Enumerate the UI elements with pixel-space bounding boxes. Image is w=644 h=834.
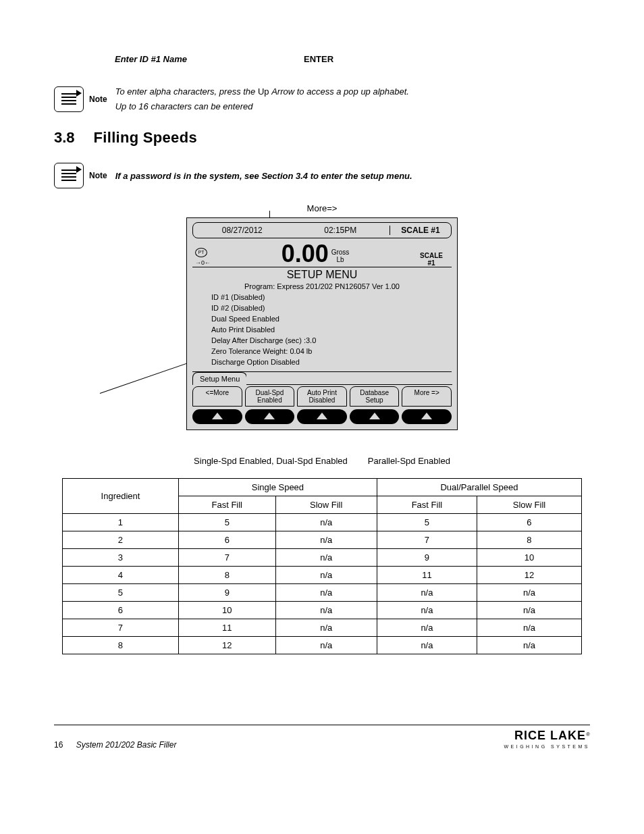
device-scale-indicator: SCALE#1: [411, 252, 452, 267]
list-item: Dual Speed Enabled: [211, 313, 452, 324]
list-item: Auto Print Disabled: [211, 324, 452, 335]
page-footer: 16 System 201/202 Basic Filler RICE LAKE…: [54, 725, 590, 750]
col-group-dual: Dual/Parallel Speed: [377, 479, 581, 496]
rice-lake-logo: RICE LAKE® WEIGHING SYSTEMS: [504, 729, 590, 750]
col-slow-fill: Slow Fill: [275, 496, 377, 514]
more-pointer-label: More=>: [54, 203, 590, 213]
table-row: 711n/an/an/a: [63, 619, 582, 637]
col-fast-fill: Fast Fill: [178, 496, 275, 514]
note-label: Note: [89, 171, 107, 180]
device-tab[interactable]: Setup Menu: [192, 372, 247, 385]
device-settings-list: ID #1 (Disabled) ID #2 (Disabled) Dual S…: [211, 292, 452, 367]
device-hardkey-row: [192, 409, 452, 424]
table-row: 37n/a910: [63, 549, 582, 567]
table-row: 48n/a1112: [63, 567, 582, 584]
table-row: 59n/an/an/a: [63, 584, 582, 602]
col-fast-fill: Fast Fill: [377, 496, 477, 514]
device-program-line: Program: Express 201/202 PN126057 Ver 1.…: [192, 282, 452, 290]
col-ingredient: Ingredient: [63, 479, 179, 514]
table-row: 610n/an/an/a: [63, 602, 582, 619]
softkey-database[interactable]: Database Setup: [350, 386, 400, 407]
hardkey-button[interactable]: [350, 409, 400, 424]
note-text: If a password is in the system, see Sect…: [115, 171, 412, 181]
device-date: 08/27/2012: [193, 226, 292, 235]
list-item: Zero Tolerance Weight: 0.04 lb: [211, 346, 452, 357]
device-body: Program: Express 201/202 PN126057 Ver 1.…: [192, 282, 452, 372]
device-weight-row: PT →0← 0.00GrossLb SCALE#1: [192, 241, 452, 267]
col-group-single: Single Speed: [178, 479, 377, 496]
hardkey-button[interactable]: [245, 409, 295, 424]
device-status-icons: PT →0←: [192, 246, 219, 267]
hardkey-button[interactable]: [402, 409, 452, 424]
note-icon: [54, 163, 84, 188]
hardkey-button[interactable]: [192, 409, 242, 424]
softkey-auto-print[interactable]: Auto Print Disabled: [297, 386, 347, 407]
caption-right: Parallel-Spd Enabled: [368, 456, 450, 466]
col-slow-fill: Slow Fill: [477, 496, 581, 514]
device-softkey-row: <=More Dual-Spd Enabled Auto Print Disab…: [192, 386, 452, 407]
note-label: Note: [89, 95, 107, 104]
note-icon: [54, 86, 84, 112]
doc-title: System 201/202 Basic Filler: [76, 740, 177, 750]
device-time: 02:15PM: [292, 226, 390, 235]
hardkey-button[interactable]: [297, 409, 347, 424]
list-item: Delay After Discharge (sec) :3.0: [211, 335, 452, 346]
list-item: Discharge Option Disabled: [211, 357, 452, 367]
id-prompt-line: Enter ID #1 Name ENTER: [54, 54, 590, 64]
speed-mode-caption: Single-Spd Enabled, Dual-Spd Enabled Par…: [54, 456, 590, 466]
softkey-more-back[interactable]: <=More: [192, 386, 242, 407]
section-number: 3.8: [54, 129, 75, 147]
note-block-1: Note To enter alpha characters, press th…: [54, 84, 590, 114]
table-row: 26n/a78: [63, 531, 582, 549]
note-text: To enter alpha characters, press the Up …: [115, 84, 409, 114]
note-block-2: Note If a password is in the system, see…: [54, 163, 590, 188]
enter-label: ENTER: [304, 54, 333, 64]
device-tab-row: Setup Menu: [192, 372, 452, 385]
speed-table: Ingredient Single Speed Dual/Parallel Sp…: [62, 478, 582, 654]
table-row: 812n/an/an/a: [63, 637, 582, 654]
list-item: ID #2 (Disabled): [211, 303, 452, 313]
device-screen: 08/27/2012 02:15PM SCALE #1 PT →0← 0.00G…: [186, 217, 458, 430]
softkey-more-fwd[interactable]: More =>: [402, 386, 452, 407]
page-number: 16: [54, 740, 63, 750]
caption-left: Single-Spd Enabled, Dual-Spd Enabled: [194, 456, 348, 466]
device-header: 08/27/2012 02:15PM SCALE #1: [192, 222, 452, 238]
section-heading: 3.8 Filling Speeds: [54, 129, 590, 147]
id-prompt: Enter ID #1 Name: [115, 54, 304, 64]
device-weight: 0.00GrossLb: [219, 241, 411, 267]
section-title: Filling Speeds: [94, 129, 197, 147]
softkey-dual-spd[interactable]: Dual-Spd Enabled: [245, 386, 295, 407]
list-item: ID #1 (Disabled): [211, 292, 452, 303]
device-scale-header: SCALE #1: [390, 226, 451, 235]
table-header-row-1: Ingredient Single Speed Dual/Parallel Sp…: [63, 479, 582, 496]
table-row: 15n/a56: [63, 514, 582, 531]
device-menu-title: SETUP MENU: [187, 269, 457, 281]
